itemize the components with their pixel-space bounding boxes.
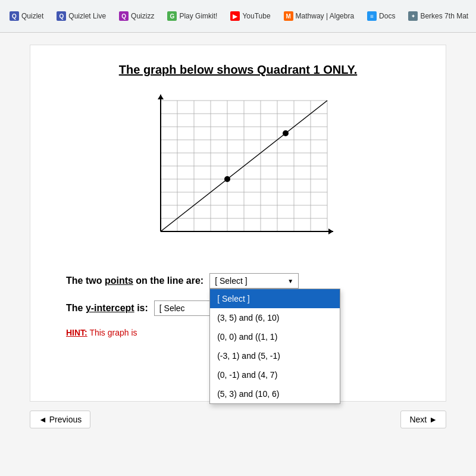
tab-berkes-label: Berkes 7th Mat [420, 12, 468, 20]
form-area: The two points on the line are: [ Select… [54, 273, 422, 337]
tab-quizizz[interactable]: Q Quizizz [114, 9, 159, 23]
dropdown-option-4[interactable]: (0, -1) and (4, 7) [210, 365, 340, 384]
browser-toolbar: Q Quizlet Q Quizlet Live Q Quizizz G Pla… [0, 0, 476, 33]
points-dropdown-menu: [ Select ] (3, 5) and (6, 10) (0, 0) and… [209, 289, 340, 404]
gimkit-icon: G [167, 11, 177, 21]
quizlet-icon: Q [10, 11, 19, 21]
tab-quizlet-live[interactable]: Q Quizlet Live [52, 9, 111, 23]
tab-gimkit[interactable]: G Play Gimkit! [162, 9, 222, 23]
main-content: The graph below shows Quadrant 1 ONLY. T… [0, 33, 476, 476]
points-dropdown-wrapper: [ Select ] ▼ [ Select ] (3, 5) and (6, 1… [209, 273, 299, 289]
tab-berkes[interactable]: ✦ Berkes 7th Mat [403, 9, 473, 23]
hint-label: HINT: [66, 328, 87, 337]
mathway-icon: M [284, 11, 293, 21]
dropdown-option-2[interactable]: (0, 0) and ((1, 1) [210, 327, 340, 346]
dropdown-option-1[interactable]: (3, 5) and (6, 10) [210, 308, 340, 327]
y-intercept-select-value: [ Selec [159, 303, 185, 313]
berkes-icon: ✦ [408, 11, 418, 21]
question2-label: The y-intercept is: [66, 303, 148, 314]
tab-docs-label: Docs [379, 12, 395, 20]
graph-container [54, 89, 422, 255]
points-underline: points [105, 275, 133, 286]
hint-text: This graph is [89, 328, 137, 337]
docs-icon: ≡ [367, 11, 377, 21]
tab-mathway[interactable]: M Mathway | Algebra [279, 9, 359, 23]
tab-quizlet-label: Quizlet [21, 12, 43, 20]
nav-buttons: ◄ Previous Next ► [30, 411, 446, 428]
points-select[interactable]: [ Select ] ▼ [209, 273, 299, 289]
dropdown-option-select[interactable]: [ Select ] [210, 289, 340, 308]
coordinate-graph [137, 89, 339, 255]
tab-youtube-label: YouTube [242, 12, 270, 20]
tab-quizlet[interactable]: Q Quizlet [5, 9, 48, 23]
tab-quizizz-label: Quizizz [131, 12, 154, 20]
dropdown-option-3[interactable]: (-3, 1) and (5, -1) [210, 346, 340, 365]
points-select-value: [ Select ] [215, 276, 247, 286]
question-box: The graph below shows Quadrant 1 ONLY. T… [30, 45, 446, 402]
youtube-icon: ▶ [230, 11, 240, 21]
dropdown-arrow-icon: ▼ [287, 278, 293, 284]
y-intercept-underline: y-intercept [86, 303, 134, 313]
question1-row: The two points on the line are: [ Select… [66, 273, 410, 289]
quizizz-icon: Q [119, 11, 129, 21]
quizlet-live-icon: Q [57, 11, 66, 21]
tab-youtube[interactable]: ▶ YouTube [226, 9, 275, 23]
tab-quizlet-live-label: Quizlet Live [68, 12, 106, 20]
next-button[interactable]: Next ► [400, 411, 446, 428]
page-title: The graph below shows Quadrant 1 ONLY. [54, 63, 422, 77]
previous-button[interactable]: ◄ Previous [30, 411, 90, 428]
tab-docs[interactable]: ≡ Docs [362, 9, 400, 23]
dropdown-option-5[interactable]: (5, 3) and (10, 6) [210, 384, 340, 403]
tab-gimkit-label: Play Gimkit! [179, 12, 217, 20]
tab-mathway-label: Mathway | Algebra [296, 12, 355, 20]
question1-label: The two points on the line are: [66, 275, 203, 286]
